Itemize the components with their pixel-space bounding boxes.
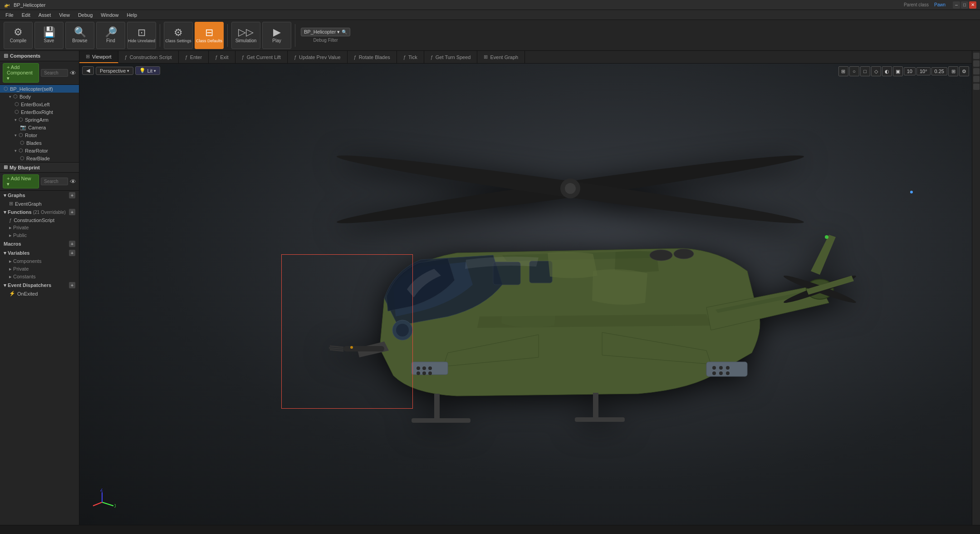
- class-settings-button[interactable]: ⚙ Class Settings: [164, 22, 193, 49]
- minimize-button[interactable]: –: [953, 1, 960, 9]
- hide-unrelated-button[interactable]: ⊡ Hide Unrelated: [127, 22, 156, 49]
- debug-dropdown[interactable]: BP_Helicopter ▾ 🔍: [301, 28, 350, 36]
- svg-line-14: [330, 346, 343, 347]
- event-dispatchers-section[interactable]: ▾ Event Dispatchers +: [0, 281, 79, 290]
- find-icon: 🔎: [105, 27, 117, 37]
- blueprint-search-input[interactable]: [41, 178, 68, 185]
- svg-point-29: [712, 366, 716, 370]
- lit-button[interactable]: 💡 Lit ▾: [135, 66, 160, 75]
- tree-spring-arm[interactable]: ▾ ⬡ SpringArm: [0, 116, 79, 124]
- right-panel-btn-1[interactable]: [973, 53, 980, 59]
- graphs-add-button[interactable]: +: [69, 192, 75, 198]
- svg-point-31: [726, 366, 730, 370]
- components-var-subsection[interactable]: ▸ Components: [0, 257, 79, 265]
- svg-point-30: [719, 366, 723, 370]
- viewport-tab-label: Viewport: [92, 54, 112, 59]
- browse-button[interactable]: 🔍 Browse: [65, 22, 94, 49]
- window-controls: – □ ✕: [953, 1, 976, 9]
- event-graph-item[interactable]: ⊞ EventGraph: [0, 200, 79, 208]
- tab-tick[interactable]: ƒ Tick: [397, 51, 424, 63]
- viewport-ctrl-grid[interactable]: ⊞: [838, 66, 848, 76]
- tab-update-prev-value[interactable]: ƒ Update Prev Value: [288, 51, 348, 63]
- add-component-button[interactable]: + Add Component ▾: [3, 63, 39, 83]
- tab-get-turn-speed[interactable]: ƒ Get Turn Speed: [424, 51, 478, 63]
- play-button[interactable]: ▶ Play: [262, 22, 291, 49]
- blueprint-visibility-toggle[interactable]: 👁: [70, 178, 76, 185]
- viewport[interactable]: X Z ◀ Perspective: [79, 64, 972, 525]
- macros-add-button[interactable]: +: [69, 241, 75, 247]
- find-button[interactable]: 🔎 Find: [96, 22, 125, 49]
- save-button[interactable]: 💾 Save: [34, 22, 64, 49]
- tree-body[interactable]: ▾ ⬡ Body: [0, 93, 79, 100]
- private-var-subsection[interactable]: ▸ Private: [0, 265, 79, 273]
- graphs-section[interactable]: ▾ Graphs +: [0, 191, 79, 200]
- right-panel-btn-5[interactable]: [973, 84, 980, 90]
- tree-rear-rotor[interactable]: ▾ ⬡ RearRotor: [0, 147, 79, 154]
- tree-camera[interactable]: 📷 Camera: [0, 124, 79, 131]
- tab-construction-script[interactable]: ƒ Construction Script: [118, 51, 179, 63]
- construction-script-item[interactable]: ƒ ConstructionScript: [0, 217, 79, 224]
- tab-enter[interactable]: ƒ Enter: [179, 51, 209, 63]
- svg-point-22: [674, 249, 694, 259]
- event-dispatchers-add-button[interactable]: +: [69, 282, 75, 288]
- menu-help[interactable]: Help: [123, 11, 141, 19]
- tab-rotate-blades[interactable]: ƒ Rotate Blades: [348, 51, 397, 63]
- simulation-button[interactable]: ▷▷ Simulation: [231, 22, 260, 49]
- lift-tab-icon: ƒ: [242, 54, 245, 60]
- components-search-input[interactable]: [41, 69, 68, 77]
- tree-enter-box-left[interactable]: ⬡ EnterBoxLeft: [0, 100, 79, 108]
- visibility-toggle[interactable]: 👁: [70, 69, 76, 77]
- tree-blades[interactable]: ⬡ Blades: [0, 139, 79, 147]
- maximize-button[interactable]: □: [961, 1, 968, 9]
- variables-section[interactable]: ▾ Variables +: [0, 248, 79, 257]
- private-subsection[interactable]: ▸ Private: [0, 224, 79, 232]
- tree-enter-box-right[interactable]: ⬡ EnterBoxRight: [0, 108, 79, 116]
- perspective-button[interactable]: Perspective ▾: [96, 67, 133, 75]
- menu-edit[interactable]: Edit: [18, 11, 34, 19]
- toolbar-separator-2: [227, 24, 228, 47]
- svg-point-21: [650, 250, 672, 261]
- viewport-ctrl-square[interactable]: □: [860, 66, 870, 76]
- viewport-ctrl-more[interactable]: ⊞: [948, 66, 958, 76]
- menu-view[interactable]: View: [55, 11, 74, 19]
- viewport-ctrl-diamond[interactable]: ◇: [871, 66, 881, 76]
- viewport-num3[interactable]: 0.25: [931, 67, 947, 75]
- functions-add-button[interactable]: +: [69, 209, 75, 215]
- tab-exit[interactable]: ƒ Exit: [209, 51, 235, 63]
- tab-viewport[interactable]: ⊞ Viewport: [79, 51, 118, 63]
- add-component-bar: + Add Component ▾ 👁: [0, 61, 79, 85]
- class-defaults-button[interactable]: ⊟ Class Defaults: [195, 22, 224, 49]
- right-panel-btn-4[interactable]: [973, 76, 980, 82]
- self-tree-item[interactable]: ⬡ BP_Helicopter(self): [0, 85, 79, 93]
- grid-icon: ⊞: [4, 164, 8, 170]
- public-subsection[interactable]: ▸ Public: [0, 232, 79, 239]
- viewport-ctrl-circle[interactable]: ○: [849, 66, 859, 76]
- functions-section[interactable]: ▾ Functions (21 Overridable) +: [0, 208, 79, 217]
- viewport-ctrl-settings[interactable]: ⚙: [959, 66, 969, 76]
- viewport-num2[interactable]: 10°: [916, 67, 931, 75]
- macros-section[interactable]: Macros +: [0, 239, 79, 248]
- menu-debug[interactable]: Debug: [74, 11, 96, 19]
- tab-event-graph[interactable]: ⊞ Event Graph: [477, 51, 525, 63]
- on-exited-item[interactable]: ⚡ OnExited: [0, 290, 79, 297]
- menu-window[interactable]: Window: [97, 11, 122, 19]
- viewport-num1[interactable]: 10: [904, 67, 916, 75]
- my-blueprint-header: ⊞ My Blueprint: [0, 162, 79, 173]
- viewport-ctrl-camera[interactable]: ◐: [882, 66, 892, 76]
- menu-file[interactable]: File: [2, 11, 17, 19]
- close-button[interactable]: ✕: [969, 1, 976, 9]
- variables-add-button[interactable]: +: [69, 250, 75, 256]
- compile-button[interactable]: ⚙ Compile: [4, 22, 33, 49]
- tree-rear-blade[interactable]: ⬡ RearBlade: [0, 154, 79, 162]
- viewport-ctrl-box[interactable]: ▣: [893, 66, 903, 76]
- add-new-button[interactable]: + Add New ▾: [3, 174, 39, 188]
- menu-asset[interactable]: Asset: [35, 11, 55, 19]
- constants-var-subsection[interactable]: ▸ Constants: [0, 273, 79, 281]
- right-panel-btn-3[interactable]: [973, 68, 980, 74]
- viewport-arrow-button[interactable]: ◀: [82, 66, 94, 75]
- tab-get-current-lift[interactable]: ƒ Get Current Lift: [235, 51, 288, 63]
- tree-rotor[interactable]: ▾ ⬡ Rotor: [0, 131, 79, 139]
- tick-tab-icon: ƒ: [403, 54, 406, 60]
- browse-icon: 🔍: [74, 27, 86, 37]
- right-panel-btn-2[interactable]: [973, 60, 980, 67]
